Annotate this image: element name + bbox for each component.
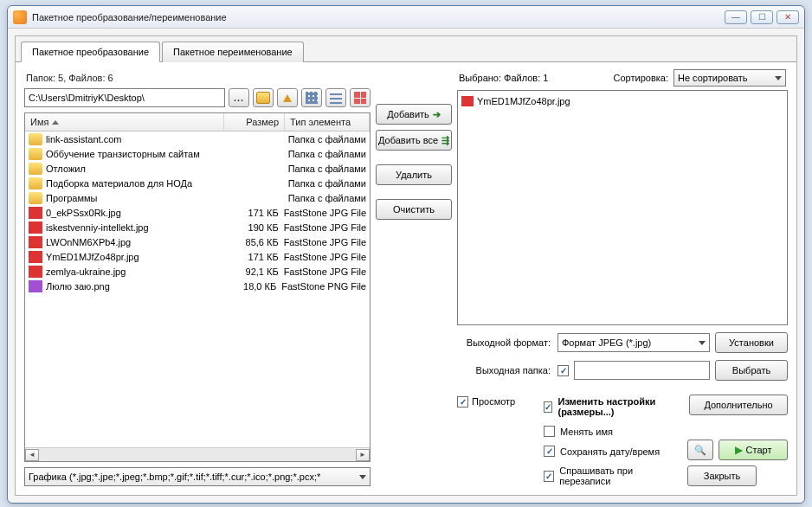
h-scrollbar[interactable]: ◄ ► <box>25 447 370 461</box>
keep-date-checkbox[interactable]: ✓ <box>544 446 555 457</box>
file-rows[interactable]: link-assistant.comПапка с файламиОббучен… <box>25 132 370 447</box>
scroll-track[interactable] <box>39 449 356 461</box>
selected-item[interactable]: YmED1MJfZo48pr.jpg <box>461 94 783 108</box>
file-row[interactable]: Подборка материалов для НОДаПапка с файл… <box>25 176 370 190</box>
output-format-select[interactable]: Формат JPEG (*.jpg) <box>557 333 710 352</box>
remove-button[interactable]: Удалить <box>376 164 452 185</box>
rename-label: Менять имя <box>560 427 613 437</box>
folder-icon <box>29 192 42 204</box>
minimize-button[interactable]: — <box>725 10 747 24</box>
start-button[interactable]: ▶Старт <box>719 440 788 460</box>
middle-buttons: Добавить➔ Добавить все⇶ Удалить Очистить <box>371 69 457 486</box>
keep-date-label: Сохранять дату/время <box>560 446 660 457</box>
sort-asc-icon <box>52 120 59 125</box>
file-type: Папка с файлами <box>288 149 366 159</box>
output-format-label: Выходной формат: <box>457 337 552 348</box>
file-size: 171 КБ <box>224 208 284 218</box>
file-name: Оббучение транзисторным сайтам <box>46 149 228 159</box>
sort-label: Сортировка: <box>614 73 668 83</box>
file-name: Программы <box>46 193 228 203</box>
file-name: zemlya-ukraine.jpg <box>46 266 224 277</box>
selected-files-list[interactable]: YmED1MJfZo48pr.jpg <box>457 90 788 325</box>
folder-icon <box>29 133 42 145</box>
close-dialog-button[interactable]: Закрыть <box>687 465 757 486</box>
main-window: Пакетное преобразование/переименование —… <box>7 5 805 504</box>
clear-button[interactable]: Очистить <box>376 199 452 220</box>
tab-convert[interactable]: Пакетное преобразование <box>21 42 160 62</box>
advanced-button[interactable]: Дополнительно <box>689 395 788 415</box>
file-row[interactable]: ОтложилПапка с файлами <box>25 161 370 176</box>
scroll-left-button[interactable]: ◄ <box>25 449 39 461</box>
preview-magnify-button[interactable]: 🔍 <box>687 440 713 460</box>
folder-icon <box>29 177 42 189</box>
ask-overwrite-label: Спрашивать при перезаписи <box>559 465 679 486</box>
file-size: 85,6 КБ <box>224 237 284 247</box>
window-title: Пакетное преобразование/переименование <box>32 12 725 22</box>
jpg-icon <box>29 221 42 234</box>
view-list-button[interactable] <box>325 88 346 107</box>
close-button[interactable]: ✕ <box>777 10 799 24</box>
right-panel: Выбрано: Файлов: 1 Сортировка: Не сортир… <box>457 69 788 486</box>
header-size[interactable]: Размер <box>224 113 285 131</box>
folder-icon <box>29 163 42 175</box>
jpg-icon <box>29 236 42 248</box>
file-row[interactable]: iskestvenniy-intellekt.jpg190 КБFastSton… <box>25 220 370 234</box>
file-row[interactable]: ПрограммыПапка с файлами <box>25 190 370 205</box>
file-name: Люлю заю.png <box>46 281 222 292</box>
add-all-button[interactable]: Добавить все⇶ <box>376 130 452 151</box>
browse-path-button[interactable]: ... <box>229 88 249 107</box>
png-icon <box>29 280 42 292</box>
file-size: 171 КБ <box>224 252 284 262</box>
selected-count-label: Выбрано: Файлов: 1 <box>459 73 548 83</box>
output-folder-checkbox[interactable]: ✓ <box>557 365 569 376</box>
preview-label: Просмотр <box>472 396 515 407</box>
output-folder-browse-button[interactable]: Выбрать <box>715 360 788 381</box>
selected-item-name: YmED1MJfZo48pr.jpg <box>477 96 570 106</box>
tab-bar: Пакетное преобразование Пакетное переиме… <box>16 36 796 62</box>
chevron-down-icon <box>359 475 366 479</box>
folder-icon <box>29 148 42 160</box>
file-row[interactable]: YmED1MJfZo48pr.jpg171 КБFastStone JPG Fi… <box>25 249 370 264</box>
folder-yellow-button[interactable] <box>253 88 274 107</box>
folder-up-button[interactable] <box>277 88 298 107</box>
path-input[interactable] <box>24 88 225 107</box>
header-type[interactable]: Тип элемента <box>285 113 370 131</box>
view-thumbs-button[interactable] <box>350 88 371 107</box>
file-filter-select[interactable]: Графика (*.jpg;*.jpe;*.jpeg;*.bmp;*.gif;… <box>24 467 371 486</box>
file-row[interactable]: LWOnNM6XPb4.jpg85,6 КБFastStone JPG File <box>25 234 370 249</box>
resize-checkbox[interactable]: ✓ <box>544 401 552 413</box>
format-settings-button[interactable]: Установки <box>715 332 788 353</box>
file-name: 0_ekPSsx0Rk.jpg <box>46 208 224 218</box>
chevron-down-icon <box>775 76 782 80</box>
file-type: FastStone JPG File <box>284 266 366 277</box>
file-row[interactable]: link-assistant.comПапка с файлами <box>25 132 370 146</box>
jpg-icon <box>461 96 474 106</box>
output-folder-input[interactable] <box>574 361 710 380</box>
tab-rename[interactable]: Пакетное переименование <box>162 42 304 62</box>
titlebar[interactable]: Пакетное преобразование/переименование —… <box>8 6 804 29</box>
resize-label: Изменить настройки (размеры...) <box>557 396 679 417</box>
add-button[interactable]: Добавить➔ <box>376 104 452 125</box>
file-row[interactable]: 0_ekPSsx0Rk.jpg171 КБFastStone JPG File <box>25 205 370 220</box>
file-row[interactable]: Люлю заю.png18,0 КБFastStone PNG File <box>25 279 370 293</box>
file-name: YmED1MJfZo48pr.jpg <box>46 252 224 262</box>
file-size: 190 КБ <box>224 222 284 233</box>
ask-overwrite-checkbox[interactable]: ✓ <box>544 471 554 482</box>
sort-select[interactable]: Не сортировать <box>673 69 786 87</box>
file-size: 18,0 КБ <box>222 281 281 292</box>
file-type: Папка с файлами <box>288 193 366 203</box>
rename-checkbox[interactable] <box>544 426 555 437</box>
preview-checkbox[interactable]: ✓ <box>457 396 468 408</box>
scroll-right-button[interactable]: ► <box>356 449 370 461</box>
file-row[interactable]: zemlya-ukraine.jpg92,1 КБFastStone JPG F… <box>25 264 370 279</box>
view-details-button[interactable] <box>301 88 322 107</box>
maximize-button[interactable]: ☐ <box>751 10 773 24</box>
file-name: Отложил <box>46 164 228 174</box>
output-folder-label: Выходная папка: <box>457 365 552 375</box>
header-name[interactable]: Имя <box>25 113 224 131</box>
file-name: LWOnNM6XPb4.jpg <box>46 237 224 247</box>
file-row[interactable]: Оббучение транзисторным сайтамПапка с фа… <box>25 146 370 161</box>
file-name: iskestvenniy-intellekt.jpg <box>46 222 224 233</box>
file-type: Папка с файлами <box>288 164 366 174</box>
file-browser: Имя Размер Тип элемента link-assistant.c… <box>24 112 371 462</box>
